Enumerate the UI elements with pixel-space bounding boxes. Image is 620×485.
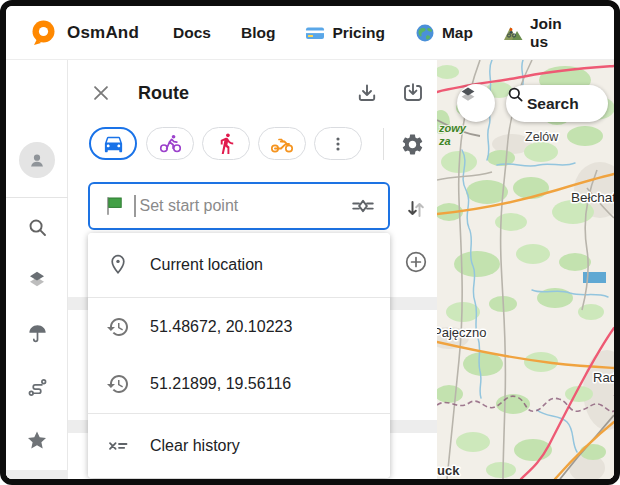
osmand-brand[interactable]: OsmAnd — [30, 19, 139, 46]
page-title: Route — [138, 83, 189, 104]
svg-text:za: za — [438, 135, 451, 147]
svg-text:Rad: Rad — [593, 370, 614, 385]
sidebar-item-favorites[interactable] — [6, 416, 68, 464]
search-icon — [26, 216, 49, 239]
mountain-biking-icon — [503, 23, 523, 43]
history-icon — [106, 372, 130, 396]
close-icon[interactable] — [88, 80, 114, 106]
osmand-logo-icon — [30, 19, 57, 46]
nav-item-map[interactable]: Map — [415, 23, 473, 43]
brand-name: OsmAnd — [67, 23, 139, 43]
svg-text:zowy: zowy — [438, 122, 467, 134]
globe-icon — [415, 23, 435, 43]
history-coordinates: 51.21899, 19.56116 — [150, 375, 291, 393]
nav-label: Docs — [173, 24, 211, 42]
sidebar-item-navigation[interactable] — [6, 470, 68, 485]
location-pin-icon — [106, 253, 130, 277]
nav-item-docs[interactable]: Docs — [173, 24, 211, 42]
svg-text:Bełchatów: Bełchatów — [571, 190, 614, 205]
start-flag-icon — [102, 194, 126, 218]
start-point-input-wrapper[interactable] — [88, 182, 390, 230]
current-location-option[interactable]: Current location — [88, 233, 390, 297]
text-caret — [134, 195, 136, 217]
add-waypoint-icon[interactable] — [403, 249, 429, 275]
profile-more-button[interactable] — [314, 127, 362, 160]
credit-card-icon — [305, 23, 325, 43]
svg-text:uck: uck — [437, 463, 460, 478]
map-tiles: Zelów Bełchatów Pajęczno Rad uck zowy za — [437, 60, 614, 479]
map-canvas[interactable]: Zelów Bełchatów Pajęczno Rad uck zowy za — [437, 60, 614, 479]
clear-history-option[interactable]: Clear history — [88, 414, 390, 478]
pedestrian-icon — [215, 132, 238, 155]
map-layers-button[interactable] — [457, 84, 495, 122]
star-icon — [25, 428, 49, 452]
sidebar-item-search[interactable] — [6, 203, 68, 251]
history-coordinates: 51.48672, 20.10223 — [150, 318, 292, 336]
nav-label: Pricing — [332, 24, 385, 42]
avatar — [19, 142, 55, 178]
profile-bicycle-button[interactable] — [146, 127, 194, 160]
left-sidebar — [6, 60, 68, 479]
profiles-divider — [383, 128, 384, 160]
start-point-input[interactable] — [138, 196, 351, 216]
more-vertical-icon — [328, 134, 348, 154]
sidebar-item-weather[interactable] — [6, 309, 68, 357]
save-route-icon[interactable] — [400, 80, 426, 106]
nav-label: Join us — [530, 15, 584, 51]
route-panel-header: Route — [68, 60, 437, 128]
app-window: OsmAnd Docs Blog Pricing — [0, 0, 620, 485]
route-panel: Route — [68, 60, 437, 479]
download-route-icon[interactable] — [354, 80, 380, 106]
layers-icon — [25, 268, 49, 292]
profile-motorcycle-button[interactable] — [258, 127, 306, 160]
route-options-icon[interactable] — [350, 193, 376, 219]
profile-selector — [68, 127, 437, 163]
sidebar-item-account[interactable] — [6, 136, 68, 184]
bicycle-icon — [159, 132, 182, 155]
history-option-2[interactable]: 51.21899, 19.56116 — [88, 355, 390, 413]
sidebar-divider — [6, 197, 68, 198]
sidebar-item-tracks[interactable] — [6, 363, 68, 411]
history-icon — [106, 315, 130, 339]
history-option-1[interactable]: 51.48672, 20.10223 — [88, 298, 390, 355]
svg-text:Pajęczno: Pajęczno — [437, 325, 486, 340]
top-navbar: OsmAnd Docs Blog Pricing — [6, 6, 614, 60]
clear-history-icon — [106, 434, 130, 458]
sidebar-item-layers[interactable] — [6, 256, 68, 304]
umbrella-icon — [26, 322, 49, 345]
route-settings-gear-icon[interactable] — [398, 130, 426, 158]
swap-points-icon[interactable] — [404, 197, 428, 221]
route-track-icon — [26, 376, 49, 399]
nav-item-join-us[interactable]: Join us — [503, 15, 584, 51]
nav-label: Blog — [241, 24, 275, 42]
map-search-button[interactable]: Search — [506, 85, 608, 122]
start-point-dropdown: Current location 51.48672, 20.10223 51.2… — [88, 233, 390, 478]
profile-pedestrian-button[interactable] — [202, 127, 250, 160]
nav-label: Map — [442, 24, 473, 42]
nav-item-pricing[interactable]: Pricing — [305, 23, 385, 43]
option-label: Current location — [150, 256, 263, 274]
motorcycle-icon — [270, 132, 294, 156]
profile-car-button[interactable] — [89, 127, 137, 160]
nav-item-blog[interactable]: Blog — [241, 24, 275, 42]
car-icon — [102, 132, 125, 155]
option-label: Clear history — [150, 437, 240, 455]
svg-text:Zelów: Zelów — [525, 130, 559, 144]
search-label: Search — [527, 95, 579, 113]
map-reservoir — [583, 272, 606, 283]
